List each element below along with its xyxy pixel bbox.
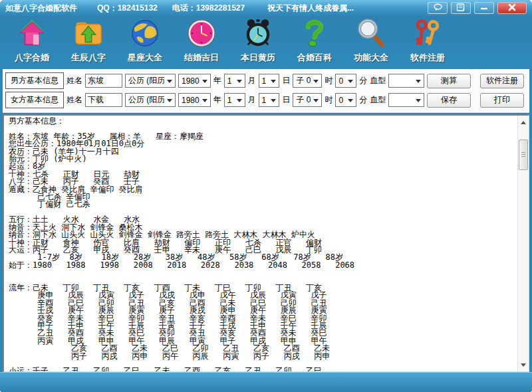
bazi-report-text: 男方基本信息： 姓名：东坡 年龄：35岁 属相：羊 星座：摩羯座 您出生公历：1… [4,116,529,372]
toolbar-item-jiehun-jiri[interactable]: 结婚吉日 [178,18,225,64]
female-calendar-select[interactable]: 公历 (阳历) [125,93,176,107]
calculate-button[interactable]: 测算 [427,74,471,88]
dropdown-arrow-icon [348,80,353,86]
scrollbar-thumb[interactable] [519,140,528,170]
female-info-row: 女方基本信息 姓名 公历 (阳历) 1980 年 1 月 1 日 子 0 时 [5,92,527,108]
male-info-row: 男方基本信息 姓名 公历 (阳历) 1980 年 1 月 1 日 子 0 时 [5,72,527,89]
toolbar-label: 结婚吉日 [184,52,219,64]
input-panel: 男方基本信息 姓名 公历 (阳历) 1980 年 1 月 1 日 子 0 时 [3,69,529,113]
birth-chart-icon [73,18,104,51]
scroll-down-icon [521,363,526,369]
male-day-select[interactable]: 1 [259,74,280,88]
minimize-icon [480,3,488,13]
toolbar-item-gongneng-daquan[interactable]: 功能大全 [347,18,395,64]
save-button[interactable]: 保存 [427,93,471,108]
dropdown-arrow-icon [202,99,207,105]
toolbar-item-bazi-hehun[interactable]: 八字合婚 [8,18,56,64]
female-day-select[interactable]: 1 [259,93,280,107]
minimize-button[interactable] [474,2,494,14]
alarm-clock-icon [243,18,273,51]
close-icon [508,3,516,13]
male-blood-select[interactable] [388,74,424,88]
toolbar: 八字合婚 生辰八字 星座大全 [0,16,532,69]
female-name-input[interactable] [85,93,122,107]
toolbar-item-benri-huangli[interactable]: 本日黄历 [234,18,282,64]
toolbar-label: 软件注册 [410,52,445,64]
toolbar-item-hehun-baike[interactable]: 合婚百科 [291,18,338,64]
name-label: 姓名 [66,94,82,106]
dropdown-arrow-icon [416,99,421,105]
minute-label: 分 [359,94,367,106]
male-name-input[interactable] [85,74,122,88]
hour-label: 时 [325,75,332,86]
hour-label: 时 [325,94,332,106]
female-year-select[interactable]: 1980 [178,93,211,107]
dropdown-arrow-icon [416,80,421,86]
app-window: 如意八字合婚配软件 QQ：182415132 电话：13982281527 祝天… [0,0,532,392]
chat-button[interactable] [428,2,448,14]
chat-bubble-icon [433,3,443,13]
blood-type-label: 血型 [370,75,386,86]
notes-button[interactable] [451,2,471,14]
male-section-label: 男方基本信息 [5,72,64,89]
titlebar: 如意八字合婚配软件 QQ：182415132 电话：13982281527 祝天… [0,0,532,16]
window-bottom-frame [0,372,532,392]
female-blood-select[interactable] [388,93,424,107]
qq-contact: QQ：182415132 [97,3,158,14]
minute-label: 分 [359,75,367,86]
toolbar-label: 八字合婚 [15,52,49,64]
register-button[interactable]: 软件注册 [480,74,524,88]
dropdown-arrow-icon [167,80,172,86]
month-label: 月 [248,94,256,106]
dropdown-arrow-icon [167,99,172,105]
wedding-clock-icon [186,18,217,51]
blood-type-label: 血型 [370,94,386,106]
male-minute-select[interactable]: 0 [335,74,356,88]
marquee-text: 祝天下有情人终成眷属... [267,3,422,14]
male-hour-select[interactable]: 子 0 [293,74,322,88]
toolbar-label: 本日黄历 [241,52,275,64]
action-buttons-row1: 测算 软件注册 [427,74,524,88]
dropdown-arrow-icon [237,80,242,86]
male-calendar-select[interactable]: 公历 (阳历) [125,74,176,88]
toolbar-label: 星座大全 [128,52,162,64]
month-label: 月 [248,75,256,86]
year-label: 年 [213,75,221,86]
close-button[interactable] [497,2,527,14]
globe-icon [130,18,160,51]
day-label: 日 [282,75,290,86]
dropdown-arrow-icon [271,99,276,105]
scroll-up-button[interactable] [518,117,529,128]
dropdown-arrow-icon [237,99,242,105]
female-minute-select[interactable]: 0 [335,93,356,107]
male-month-select[interactable]: 1 [224,74,245,88]
dropdown-arrow-icon [348,99,353,105]
toolbar-label: 合婚百科 [297,52,332,64]
app-title: 如意八字合婚配软件 [5,3,77,14]
keys-icon [412,18,443,51]
toolbar-label: 功能大全 [354,52,388,64]
toolbar-label: 生辰八字 [71,52,106,64]
year-label: 年 [213,94,221,106]
window-controls [428,2,527,14]
toolbar-item-ruanjian-zhuce[interactable]: 软件注册 [404,18,452,64]
action-buttons-row2: 保存 打印 [427,93,524,108]
dropdown-arrow-icon [313,80,319,86]
dropdown-arrow-icon [202,80,207,86]
female-month-select[interactable]: 1 [224,93,245,107]
toolbar-item-shengchen-bazi[interactable]: 生辰八字 [65,18,112,64]
scroll-down-button[interactable] [518,359,529,370]
name-label: 姓名 [66,75,82,86]
question-icon [299,18,330,51]
magnifier-icon [356,18,386,51]
report-area: 男方基本信息： 姓名：东坡 年龄：35岁 属相：羊 星座：摩羯座 您出生公历：1… [3,114,529,372]
vertical-scrollbar[interactable] [517,116,529,371]
day-label: 日 [282,94,290,106]
female-hour-select[interactable]: 子 0 [293,93,322,107]
male-year-select[interactable]: 1980 [178,74,211,88]
home-icon [17,18,47,51]
print-button[interactable]: 打印 [480,93,524,108]
phone-contact: 电话：13982281527 [172,3,245,14]
toolbar-item-xingzuo[interactable]: 星座大全 [121,18,169,64]
note-icon [456,3,466,13]
